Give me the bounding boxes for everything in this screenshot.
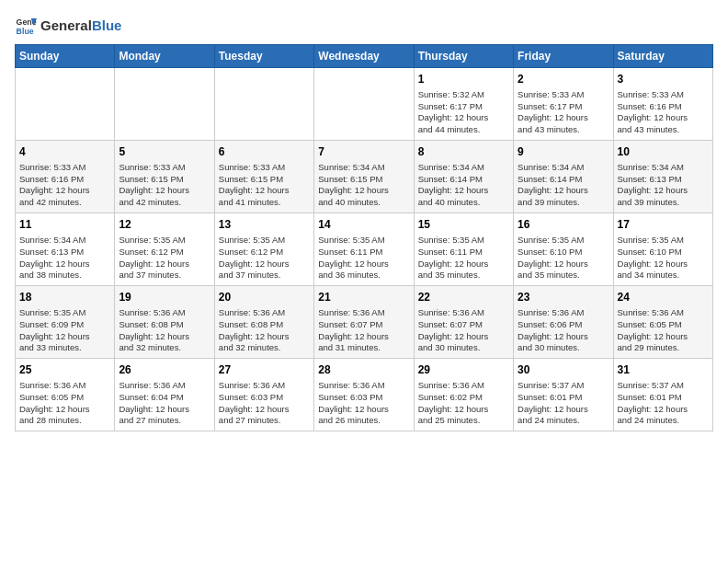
day-number: 10 [618,144,709,160]
day-info: Sunrise: 5:36 AMSunset: 6:06 PMDaylight:… [518,307,609,354]
day-number: 17 [618,217,709,233]
day-info: Sunrise: 5:32 AMSunset: 6:17 PMDaylight:… [418,89,509,136]
day-number: 27 [219,362,310,378]
day-info: Sunrise: 5:36 AMSunset: 6:07 PMDaylight:… [318,307,409,354]
calendar-cell: 18Sunrise: 5:35 AMSunset: 6:09 PMDayligh… [16,286,115,359]
column-header-tuesday: Tuesday [214,45,313,68]
calendar-cell: 2Sunrise: 5:33 AMSunset: 6:17 PMDaylight… [514,68,613,141]
calendar-cell: 5Sunrise: 5:33 AMSunset: 6:15 PMDaylight… [115,141,214,213]
day-info: Sunrise: 5:35 AMSunset: 6:11 PMDaylight:… [318,235,409,282]
day-info: Sunrise: 5:35 AMSunset: 6:12 PMDaylight:… [219,235,310,282]
column-header-friday: Friday [514,45,613,68]
day-info: Sunrise: 5:36 AMSunset: 6:04 PMDaylight:… [119,380,210,427]
day-number: 24 [618,290,709,305]
day-info: Sunrise: 5:35 AMSunset: 6:10 PMDaylight:… [618,235,709,282]
calendar-cell: 4Sunrise: 5:33 AMSunset: 6:16 PMDaylight… [16,141,115,213]
calendar-cell: 10Sunrise: 5:34 AMSunset: 6:13 PMDayligh… [613,141,712,213]
calendar-cell: 21Sunrise: 5:36 AMSunset: 6:07 PMDayligh… [314,286,414,359]
day-number: 13 [219,217,310,233]
day-number: 12 [119,217,210,233]
day-info: Sunrise: 5:36 AMSunset: 6:08 PMDaylight:… [119,307,210,354]
calendar-cell: 3Sunrise: 5:33 AMSunset: 6:16 PMDaylight… [613,68,712,141]
day-number: 30 [518,362,609,378]
day-info: Sunrise: 5:36 AMSunset: 6:03 PMDaylight:… [318,380,409,427]
day-info: Sunrise: 5:33 AMSunset: 6:17 PMDaylight:… [518,89,609,136]
logo-blue-text: Blue [92,17,122,33]
day-number: 19 [119,290,210,305]
day-info: Sunrise: 5:35 AMSunset: 6:10 PMDaylight:… [518,235,609,282]
calendar-cell: 28Sunrise: 5:36 AMSunset: 6:03 PMDayligh… [314,359,414,431]
calendar-cell: 17Sunrise: 5:35 AMSunset: 6:10 PMDayligh… [613,213,712,286]
day-info: Sunrise: 5:33 AMSunset: 6:16 PMDaylight:… [19,162,110,209]
day-info: Sunrise: 5:33 AMSunset: 6:15 PMDaylight:… [219,162,310,209]
day-info: Sunrise: 5:35 AMSunset: 6:12 PMDaylight:… [119,235,210,282]
day-info: Sunrise: 5:36 AMSunset: 6:07 PMDaylight:… [418,307,509,354]
page-header: General Blue GeneralBlue [15,15,713,37]
day-info: Sunrise: 5:35 AMSunset: 6:09 PMDaylight:… [19,307,110,354]
column-header-thursday: Thursday [414,45,513,68]
day-info: Sunrise: 5:36 AMSunset: 6:08 PMDaylight:… [219,307,310,354]
day-info: Sunrise: 5:36 AMSunset: 6:05 PMDaylight:… [618,307,709,354]
calendar-cell: 8Sunrise: 5:34 AMSunset: 6:14 PMDaylight… [414,141,513,213]
day-info: Sunrise: 5:36 AMSunset: 6:05 PMDaylight:… [19,380,110,427]
calendar-cell [16,68,115,141]
column-header-monday: Monday [115,45,214,68]
calendar-cell [115,68,214,141]
day-info: Sunrise: 5:36 AMSunset: 6:02 PMDaylight:… [418,380,509,427]
day-number: 11 [19,217,110,233]
calendar-cell: 22Sunrise: 5:36 AMSunset: 6:07 PMDayligh… [414,286,513,359]
calendar-cell [314,68,414,141]
day-info: Sunrise: 5:35 AMSunset: 6:11 PMDaylight:… [418,235,509,282]
column-header-saturday: Saturday [613,45,712,68]
day-number: 29 [418,362,509,378]
day-number: 7 [318,144,409,160]
calendar-cell: 19Sunrise: 5:36 AMSunset: 6:08 PMDayligh… [115,286,214,359]
day-info: Sunrise: 5:34 AMSunset: 6:13 PMDaylight:… [19,235,110,282]
day-number: 22 [418,290,509,305]
day-number: 14 [318,217,409,233]
calendar-cell: 20Sunrise: 5:36 AMSunset: 6:08 PMDayligh… [214,286,313,359]
day-number: 21 [318,290,409,305]
day-number: 26 [119,362,210,378]
svg-text:Blue: Blue [17,27,34,36]
calendar-cell: 23Sunrise: 5:36 AMSunset: 6:06 PMDayligh… [514,286,613,359]
day-number: 20 [219,290,310,305]
calendar-cell: 26Sunrise: 5:36 AMSunset: 6:04 PMDayligh… [115,359,214,431]
calendar-cell: 29Sunrise: 5:36 AMSunset: 6:02 PMDayligh… [414,359,513,431]
day-info: Sunrise: 5:33 AMSunset: 6:15 PMDaylight:… [119,162,210,209]
day-number: 23 [518,290,609,305]
day-info: Sunrise: 5:34 AMSunset: 6:14 PMDaylight:… [418,162,509,209]
day-info: Sunrise: 5:37 AMSunset: 6:01 PMDaylight:… [518,380,609,427]
day-number: 5 [119,144,210,160]
calendar-cell: 15Sunrise: 5:35 AMSunset: 6:11 PMDayligh… [414,213,513,286]
day-number: 31 [618,362,709,378]
calendar-cell: 31Sunrise: 5:37 AMSunset: 6:01 PMDayligh… [613,359,712,431]
day-number: 1 [418,72,509,87]
logo-general-text: General [40,17,92,33]
calendar-cell: 11Sunrise: 5:34 AMSunset: 6:13 PMDayligh… [16,213,115,286]
day-info: Sunrise: 5:36 AMSunset: 6:03 PMDaylight:… [219,380,310,427]
day-number: 2 [518,72,609,87]
day-info: Sunrise: 5:33 AMSunset: 6:16 PMDaylight:… [618,89,709,136]
calendar-cell: 14Sunrise: 5:35 AMSunset: 6:11 PMDayligh… [314,213,414,286]
calendar-table: SundayMondayTuesdayWednesdayThursdayFrid… [15,44,713,431]
calendar-cell: 13Sunrise: 5:35 AMSunset: 6:12 PMDayligh… [214,213,313,286]
day-number: 18 [19,290,110,305]
day-number: 15 [418,217,509,233]
day-number: 16 [518,217,609,233]
logo: General Blue GeneralBlue [15,15,121,37]
calendar-cell: 30Sunrise: 5:37 AMSunset: 6:01 PMDayligh… [514,359,613,431]
day-number: 25 [19,362,110,378]
calendar-cell: 25Sunrise: 5:36 AMSunset: 6:05 PMDayligh… [16,359,115,431]
calendar-cell: 9Sunrise: 5:34 AMSunset: 6:14 PMDaylight… [514,141,613,213]
day-number: 9 [518,144,609,160]
day-info: Sunrise: 5:37 AMSunset: 6:01 PMDaylight:… [618,380,709,427]
day-info: Sunrise: 5:34 AMSunset: 6:14 PMDaylight:… [518,162,609,209]
calendar-cell [214,68,313,141]
calendar-cell: 16Sunrise: 5:35 AMSunset: 6:10 PMDayligh… [514,213,613,286]
logo-icon: General Blue [15,15,37,37]
column-header-sunday: Sunday [16,45,115,68]
day-number: 28 [318,362,409,378]
day-number: 6 [219,144,310,160]
day-info: Sunrise: 5:34 AMSunset: 6:13 PMDaylight:… [618,162,709,209]
